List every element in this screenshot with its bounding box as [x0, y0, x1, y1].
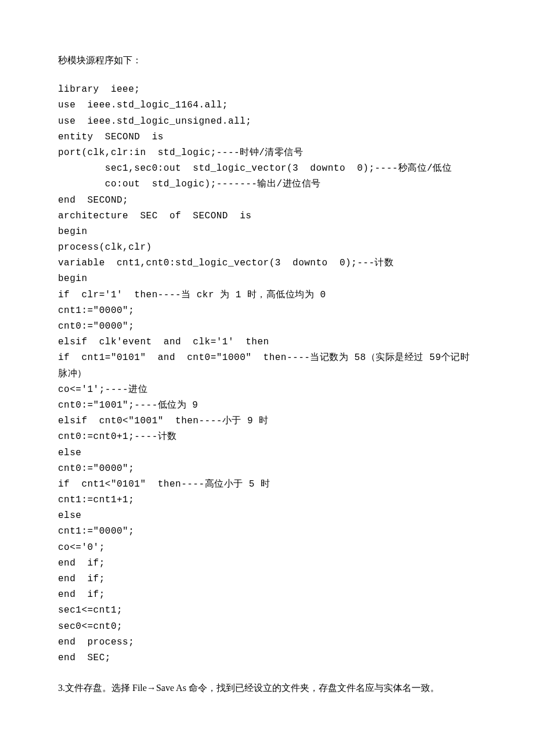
heading: 秒模块源程序如下： [58, 52, 476, 68]
code-block: library ieee; use ieee.std_logic_1164.al… [58, 82, 476, 666]
paragraph: 3.文件存盘。选择 File→Save As 命令，找到已经设立的文件夹，存盘文… [58, 680, 476, 696]
